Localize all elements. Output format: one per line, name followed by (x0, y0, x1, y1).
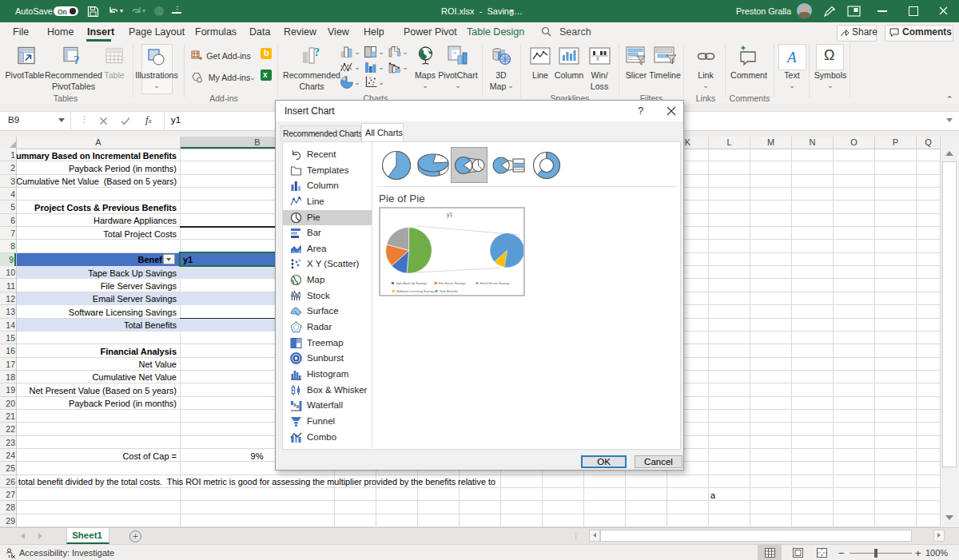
svg-text:?: ? (314, 46, 320, 58)
svg-text:Software Licensing Savings: Software Licensing Savings (396, 289, 434, 293)
svg-text:Email Server Savings: Email Server Savings (480, 281, 509, 285)
svg-text:A: A (786, 49, 797, 66)
svg-text:Tape Back Up Savings: Tape Back Up Savings (396, 281, 427, 285)
svg-text:?: ? (74, 54, 80, 66)
svg-text:Total Benefits: Total Benefits (439, 289, 457, 293)
svg-text:File Server Savings: File Server Savings (438, 281, 465, 285)
